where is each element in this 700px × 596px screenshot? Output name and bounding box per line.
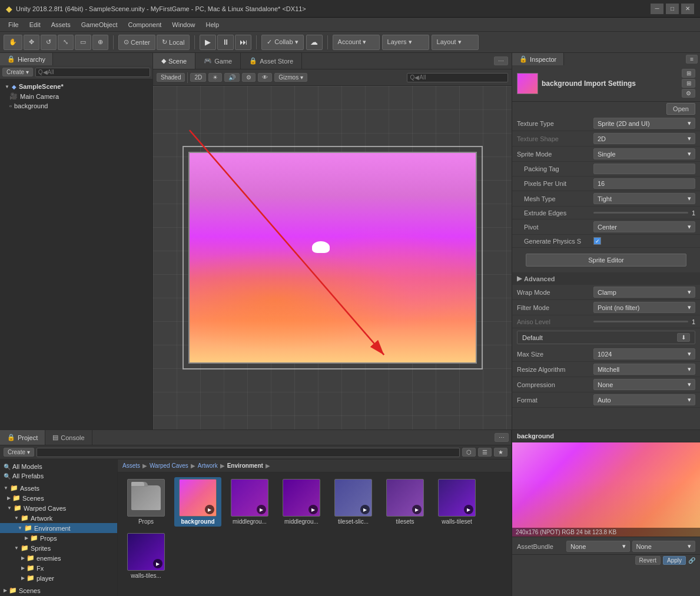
search-option-1[interactable]: ⬡ bbox=[462, 448, 476, 457]
advanced-section[interactable]: ▶ Advanced bbox=[512, 272, 700, 285]
menu-gameobject[interactable]: GameObject bbox=[77, 20, 122, 29]
environment-folder[interactable]: ▼ 📁 Environment bbox=[0, 523, 117, 533]
pause-button[interactable]: ⏸ bbox=[217, 35, 234, 50]
menu-edit[interactable]: Edit bbox=[25, 20, 45, 29]
search-option-2[interactable]: ☰ bbox=[478, 448, 492, 457]
menu-assets[interactable]: Assets bbox=[47, 20, 75, 29]
link-icon[interactable]: 🔗 bbox=[688, 557, 695, 564]
artwork-folder[interactable]: ▼ 📁 Artwork bbox=[0, 513, 117, 523]
project-options[interactable]: ⋯ bbox=[495, 433, 509, 442]
scene-item[interactable]: ▼ ◆ SampleScene* bbox=[0, 82, 152, 91]
cloud-button[interactable]: ☁ bbox=[306, 35, 323, 50]
step-button[interactable]: ⏭ bbox=[235, 35, 251, 50]
walls-tileset-item[interactable]: ▶ walls-tileset bbox=[433, 477, 480, 527]
minimize-button[interactable]: ─ bbox=[651, 4, 663, 14]
project-tab[interactable]: 🔒 Project bbox=[0, 430, 45, 445]
hierarchy-search[interactable] bbox=[35, 68, 150, 77]
rect-tool[interactable]: ▭ bbox=[75, 35, 91, 50]
walls-tilese-item[interactable]: ▶ walls-tiles... bbox=[122, 531, 170, 581]
local-button[interactable]: ↻ Local bbox=[157, 35, 190, 50]
effects-button[interactable]: ⚙ bbox=[242, 73, 256, 82]
layout-dropdown[interactable]: Layout ▾ bbox=[432, 35, 479, 50]
inspector-options-btn[interactable]: ⊞ bbox=[682, 69, 695, 78]
scene-viewport[interactable] bbox=[153, 86, 512, 429]
sprites-folder[interactable]: ▼ 📁 Sprites bbox=[0, 543, 117, 553]
mesh-type-dropdown[interactable]: Tight▾ bbox=[593, 193, 695, 204]
compression-dropdown[interactable]: None▾ bbox=[593, 379, 695, 390]
warped-caves-folder[interactable]: ▼ 📁 Warped Caves bbox=[0, 503, 117, 513]
lighting-button[interactable]: ☀ bbox=[208, 73, 222, 82]
all-models-item[interactable]: 🔍 All Models bbox=[0, 462, 117, 471]
revert-button[interactable]: Revert bbox=[635, 556, 661, 565]
inspector-expand-btn[interactable]: ⊞ bbox=[682, 79, 695, 88]
menu-file[interactable]: File bbox=[4, 20, 24, 29]
all-prefabs-item[interactable]: 🔍 All Prefabs bbox=[0, 471, 117, 481]
inspector-options[interactable]: ≡ bbox=[686, 55, 698, 64]
shading-dropdown[interactable]: Shaded bbox=[157, 73, 185, 82]
inspector-tab[interactable]: 🔒 Inspector bbox=[512, 53, 564, 65]
wrap-mode-dropdown[interactable]: Clamp▾ bbox=[593, 287, 695, 298]
collab-button[interactable]: ✓ Collab ▾ bbox=[261, 35, 303, 50]
menu-window[interactable]: Window bbox=[167, 20, 200, 29]
close-button[interactable]: ✕ bbox=[681, 4, 694, 14]
assets-folder[interactable]: ▼ 📁 Assets bbox=[0, 483, 117, 493]
middle1-asset-item[interactable]: ▶ middlegrou... bbox=[226, 477, 273, 527]
hidden-button[interactable]: 👁 bbox=[258, 73, 272, 82]
move-tool[interactable]: ✥ bbox=[24, 35, 39, 50]
middle2-asset-item[interactable]: ▶ middlegrou... bbox=[278, 477, 325, 527]
menu-component[interactable]: Component bbox=[123, 20, 166, 29]
project-create-button[interactable]: Create ▾ bbox=[4, 448, 34, 457]
texture-shape-dropdown[interactable]: 2D▾ bbox=[593, 133, 695, 144]
tilesets-item[interactable]: ▶ tilesets bbox=[381, 477, 429, 527]
audio-button[interactable]: 🔊 bbox=[224, 73, 240, 82]
max-size-dropdown[interactable]: 1024▾ bbox=[593, 348, 695, 359]
scene-search[interactable] bbox=[407, 73, 508, 82]
default-download-btn[interactable]: ⬇ bbox=[677, 333, 690, 342]
scale-tool[interactable]: ⤡ bbox=[58, 35, 74, 50]
maximize-button[interactable]: □ bbox=[666, 4, 679, 14]
pixels-per-unit-input[interactable] bbox=[593, 178, 695, 189]
scenes-folder[interactable]: ▶ 📁 Scenes bbox=[0, 493, 117, 503]
account-dropdown[interactable]: Account ▾ bbox=[333, 35, 380, 50]
console-tab[interactable]: ▤ Console bbox=[45, 430, 92, 445]
packing-tag-input[interactable] bbox=[593, 164, 695, 174]
background-asset-item[interactable]: ▶ background bbox=[174, 477, 221, 527]
scenes-root-folder[interactable]: ▶ 📁 Scenes bbox=[0, 585, 117, 595]
filter-mode-dropdown[interactable]: Point (no filter)▾ bbox=[593, 302, 695, 313]
play-button[interactable]: ▶ bbox=[200, 35, 216, 50]
asset-store-tab[interactable]: 🔒 Asset Store bbox=[241, 53, 302, 69]
center-button[interactable]: ⊙ Center bbox=[118, 35, 155, 50]
background-item[interactable]: ▫ background bbox=[0, 101, 152, 111]
format-dropdown[interactable]: Auto▾ bbox=[593, 394, 695, 405]
asset-bundle-dropdown-1[interactable]: None▾ bbox=[566, 541, 630, 552]
sprite-editor-button[interactable]: Sprite Editor bbox=[526, 254, 686, 267]
rotate-tool[interactable]: ↺ bbox=[41, 35, 57, 50]
2d-button[interactable]: 2D bbox=[190, 73, 206, 82]
search-option-3[interactable]: ★ bbox=[494, 448, 507, 457]
main-camera-item[interactable]: 🎥 Main Camera bbox=[0, 91, 152, 101]
sprite-mode-dropdown[interactable]: Single▾ bbox=[593, 148, 695, 159]
gizmos-button[interactable]: Gizmos ▾ bbox=[274, 73, 307, 82]
open-button[interactable]: Open bbox=[666, 103, 695, 115]
extrude-slider[interactable] bbox=[593, 212, 688, 214]
game-tab[interactable]: 🎮 Game bbox=[195, 53, 241, 69]
fx-folder[interactable]: ▶ 📁 Fx bbox=[0, 563, 117, 573]
layers-dropdown[interactable]: Layers ▾ bbox=[382, 35, 429, 50]
menu-help[interactable]: Help bbox=[201, 20, 224, 29]
transform-all-tool[interactable]: ⊕ bbox=[92, 35, 108, 50]
hand-tool[interactable]: ✋ bbox=[4, 35, 22, 50]
player-folder[interactable]: ▶ 📁 player bbox=[0, 573, 117, 583]
aniso-slider[interactable] bbox=[593, 321, 688, 322]
generate-physics-checkbox[interactable]: ✓ bbox=[593, 237, 601, 245]
breadcrumb-warped-caves[interactable]: Warped Caves bbox=[150, 462, 188, 469]
hierarchy-create-button[interactable]: Create ▾ bbox=[2, 68, 33, 76]
inspector-gear-btn[interactable]: ⚙ bbox=[682, 89, 695, 98]
scene-controls-button[interactable]: ⋯ bbox=[494, 56, 508, 65]
project-search-input[interactable] bbox=[37, 448, 460, 457]
breadcrumb-assets[interactable]: Assets bbox=[122, 462, 140, 469]
scene-tab[interactable]: ◆ Scene bbox=[153, 53, 195, 69]
props-asset-item[interactable]: Props bbox=[122, 477, 170, 527]
breadcrumb-artwork[interactable]: Artwork bbox=[198, 462, 218, 469]
asset-bundle-dropdown-2[interactable]: None▾ bbox=[632, 541, 696, 552]
texture-type-dropdown[interactable]: Sprite (2D and UI)▾ bbox=[593, 118, 695, 129]
